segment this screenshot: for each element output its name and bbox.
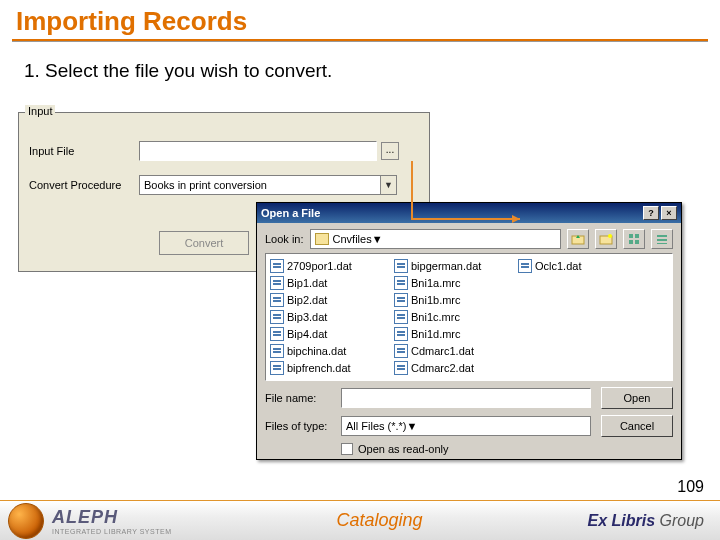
- list-view-button[interactable]: [623, 229, 645, 249]
- svg-rect-3: [629, 234, 633, 238]
- svg-rect-7: [657, 235, 667, 237]
- file-icon: [394, 327, 408, 341]
- close-button[interactable]: ×: [661, 206, 677, 220]
- file-name: Bni1d.mrc: [411, 328, 461, 340]
- file-item[interactable]: Bip3.dat: [270, 309, 394, 325]
- chevron-down-icon[interactable]: ▼: [372, 233, 383, 245]
- look-in-combo[interactable]: Cnvfiles ▼: [310, 229, 561, 249]
- files-of-type-label: Files of type:: [265, 420, 341, 432]
- file-name-input[interactable]: [341, 388, 591, 408]
- file-name: Oclc1.dat: [535, 260, 581, 272]
- file-name: Bip4.dat: [287, 328, 327, 340]
- read-only-label: Open as read-only: [358, 443, 449, 455]
- convert-button[interactable]: Convert: [159, 231, 249, 255]
- read-only-checkbox[interactable]: [341, 443, 353, 455]
- file-name: Bip3.dat: [287, 311, 327, 323]
- file-icon: [394, 293, 408, 307]
- convert-procedure-value: Books in print conversion: [144, 179, 267, 191]
- file-item[interactable]: Bni1d.mrc: [394, 326, 518, 342]
- file-item[interactable]: bipfrench.dat: [270, 360, 394, 376]
- cancel-button[interactable]: Cancel: [601, 415, 673, 437]
- file-name: Bip2.dat: [287, 294, 327, 306]
- file-name: Bip1.dat: [287, 277, 327, 289]
- file-name: bipfrench.dat: [287, 362, 351, 374]
- input-group-label: Input: [25, 105, 55, 117]
- file-name: Cdmarc2.dat: [411, 362, 474, 374]
- file-item[interactable]: Bip4.dat: [270, 326, 394, 342]
- chevron-down-icon[interactable]: ▼: [407, 420, 418, 432]
- file-name: bipchina.dat: [287, 345, 346, 357]
- svg-rect-6: [635, 240, 639, 244]
- files-of-type-combo[interactable]: All Files (*.*) ▼: [341, 416, 591, 436]
- svg-rect-8: [657, 239, 667, 241]
- file-name-label: File name:: [265, 392, 341, 404]
- file-item[interactable]: Oclc1.dat: [518, 258, 642, 274]
- file-icon: [270, 310, 284, 324]
- slide-title: Importing Records: [0, 0, 720, 37]
- file-item[interactable]: Cdmarc1.dat: [394, 343, 518, 359]
- file-icon: [394, 344, 408, 358]
- details-icon: [656, 233, 668, 245]
- file-item[interactable]: Bni1b.mrc: [394, 292, 518, 308]
- up-one-level-button[interactable]: [567, 229, 589, 249]
- dialog-titlebar: Open a File ? ×: [257, 203, 681, 223]
- file-name: Bni1c.mrc: [411, 311, 460, 323]
- new-folder-icon: [599, 233, 613, 245]
- aleph-subtitle: INTEGRATED LIBRARY SYSTEM: [52, 528, 171, 535]
- file-icon: [270, 293, 284, 307]
- file-icon: [270, 344, 284, 358]
- aleph-logo-icon: [8, 503, 44, 539]
- files-of-type-value: All Files (*.*): [346, 420, 407, 432]
- look-in-value: Cnvfiles: [333, 233, 372, 245]
- file-icon: [270, 259, 284, 273]
- file-item[interactable]: Bni1a.mrc: [394, 275, 518, 291]
- instruction-text: 1. Select the file you wish to convert.: [0, 52, 720, 96]
- page-number: 109: [677, 478, 704, 496]
- open-button[interactable]: Open: [601, 387, 673, 409]
- folder-up-icon: [571, 233, 585, 245]
- file-icon: [394, 310, 408, 324]
- aleph-brand: ALEPH: [52, 507, 171, 528]
- look-in-label: Look in:: [265, 233, 304, 245]
- file-item[interactable]: bipchina.dat: [270, 343, 394, 359]
- file-item[interactable]: Bni1c.mrc: [394, 309, 518, 325]
- input-file-label: Input File: [29, 145, 139, 157]
- file-item[interactable]: bipgerman.dat: [394, 258, 518, 274]
- svg-rect-9: [657, 243, 667, 244]
- file-icon: [270, 276, 284, 290]
- list-icon: [628, 233, 640, 245]
- file-item[interactable]: Bip1.dat: [270, 275, 394, 291]
- browse-button[interactable]: ...: [381, 142, 399, 160]
- convert-procedure-label: Convert Procedure: [29, 179, 139, 191]
- file-item[interactable]: Cdmarc2.dat: [394, 360, 518, 376]
- file-item[interactable]: Bip2.dat: [270, 292, 394, 308]
- convert-procedure-combo[interactable]: Books in print conversion ▼: [139, 175, 397, 195]
- file-list[interactable]: 2709por1.dat Bip1.dat Bip2.dat Bip3.dat …: [265, 253, 673, 381]
- svg-point-2: [608, 234, 612, 238]
- chevron-down-icon[interactable]: ▼: [380, 176, 396, 194]
- file-name: bipgerman.dat: [411, 260, 481, 272]
- title-underline: [12, 41, 708, 42]
- input-file-field[interactable]: [139, 141, 377, 161]
- folder-icon: [315, 233, 329, 245]
- file-name: Bni1a.mrc: [411, 277, 461, 289]
- file-name: Cdmarc1.dat: [411, 345, 474, 357]
- file-icon: [394, 361, 408, 375]
- details-view-button[interactable]: [651, 229, 673, 249]
- open-file-dialog: Open a File ? × Look in: Cnvfiles ▼ 2709…: [256, 202, 682, 460]
- file-icon: [270, 327, 284, 341]
- svg-rect-5: [629, 240, 633, 244]
- svg-rect-4: [635, 234, 639, 238]
- file-item[interactable]: 2709por1.dat: [270, 258, 394, 274]
- slide-footer: ALEPH INTEGRATED LIBRARY SYSTEM Catalogi…: [0, 500, 720, 540]
- new-folder-button[interactable]: [595, 229, 617, 249]
- dialog-title: Open a File: [261, 207, 320, 219]
- file-icon: [394, 259, 408, 273]
- file-name: 2709por1.dat: [287, 260, 352, 272]
- file-icon: [518, 259, 532, 273]
- exlibris-brand: Ex Libris Group: [588, 512, 705, 530]
- file-icon: [394, 276, 408, 290]
- footer-center-label: Cataloging: [171, 510, 587, 531]
- help-button[interactable]: ?: [643, 206, 659, 220]
- file-icon: [270, 361, 284, 375]
